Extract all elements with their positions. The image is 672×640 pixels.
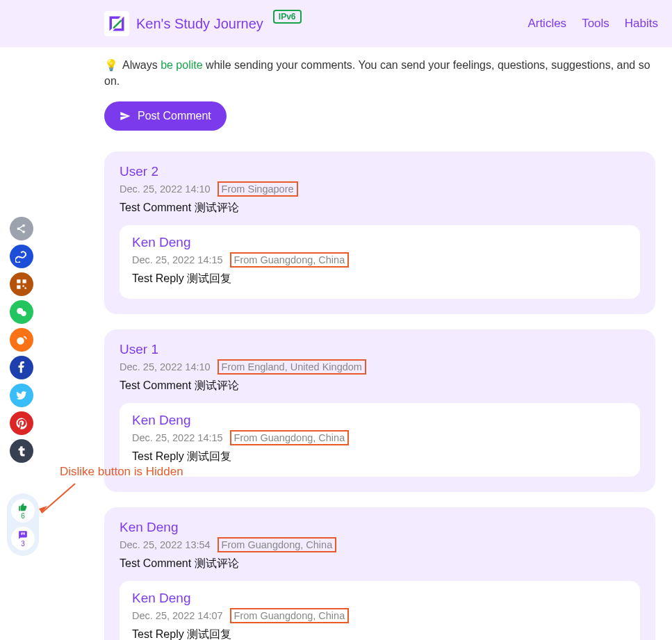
weibo-icon: [15, 334, 28, 346]
comment-meta: Dec. 25, 2022 14:10From Singapore: [120, 181, 640, 197]
pinterest-button[interactable]: [10, 411, 33, 435]
link-button[interactable]: [10, 245, 33, 268]
comment-user[interactable]: Ken Deng: [120, 520, 640, 535]
post-comment-button[interactable]: Post Comment: [104, 101, 227, 131]
nav-habits[interactable]: Habits: [625, 17, 658, 31]
comment-icon: [18, 530, 28, 540]
reply-card: Ken DengDec. 25, 2022 14:15From Guangdon…: [120, 225, 640, 299]
comment-user[interactable]: User 1: [120, 342, 640, 357]
thumbs-up-icon: [18, 502, 28, 512]
reply-body: Test Reply 测试回复: [132, 627, 628, 640]
reply-user[interactable]: Ken Deng: [132, 413, 628, 428]
qr-icon: [15, 278, 28, 290]
pinterest-icon: [15, 417, 28, 429]
reply-meta: Dec. 25, 2022 14:15From Guangdong, China: [132, 252, 628, 268]
lightbulb-icon: 💡: [104, 59, 118, 71]
share-button[interactable]: [10, 217, 33, 240]
svg-point-12: [17, 337, 24, 345]
comment-card: User 1Dec. 25, 2022 14:10From England, U…: [104, 329, 655, 492]
comment-card: User 2Dec. 25, 2022 14:10From SingaporeT…: [104, 151, 655, 314]
svg-rect-7: [17, 286, 20, 289]
reply-date: Dec. 25, 2022 14:15: [132, 432, 223, 443]
brand[interactable]: Ken's Study Journey IPv6: [104, 11, 302, 36]
svg-line-13: [42, 484, 75, 513]
site-title: Ken's Study Journey: [136, 16, 263, 32]
hint-text: 💡Always be polite while sending your com…: [104, 57, 655, 89]
comments-list: User 2Dec. 25, 2022 14:10From SingaporeT…: [104, 151, 655, 640]
reply-date: Dec. 25, 2022 14:07: [132, 610, 223, 621]
twitter-icon: [15, 389, 28, 402]
comment-meta: Dec. 25, 2022 13:54From Guangdong, China: [120, 537, 640, 552]
svg-line-3: [19, 226, 23, 228]
comment-card: Ken DengDec. 25, 2022 13:54From Guangdon…: [104, 507, 655, 640]
weibo-button[interactable]: [10, 328, 33, 352]
svg-rect-6: [23, 279, 26, 283]
comment-date: Dec. 25, 2022 14:10: [120, 183, 211, 195]
svg-rect-9: [25, 288, 26, 289]
nav-articles[interactable]: Articles: [527, 17, 566, 31]
nav-tools[interactable]: Tools: [582, 17, 609, 31]
comment-location: From Guangdong, China: [218, 537, 337, 552]
comment-date: Dec. 25, 2022 13:54: [120, 539, 211, 550]
comment-body: Test Comment 测试评论: [120, 379, 640, 393]
comment-user[interactable]: User 2: [120, 164, 640, 179]
comments-count-button[interactable]: 3: [11, 527, 35, 550]
reply-user[interactable]: Ken Deng: [132, 591, 628, 606]
comment-location: From England, United Kingdom: [218, 359, 366, 375]
reply-location: From Guangdong, China: [230, 608, 350, 623]
qr-button[interactable]: [10, 272, 33, 296]
ipv6-badge: IPv6: [273, 10, 302, 24]
tumblr-button[interactable]: [10, 439, 33, 463]
comment-location: From Singapore: [218, 181, 298, 197]
twitter-button[interactable]: [10, 384, 33, 407]
reply-meta: Dec. 25, 2022 14:15From Guangdong, China: [132, 430, 628, 445]
svg-rect-5: [17, 279, 20, 283]
comments-count: 3: [21, 541, 25, 548]
annotation-label: Dislike button is Hidden: [60, 465, 183, 479]
reply-location: From Guangdong, China: [230, 430, 350, 445]
main-content: 💡Always be polite while sending your com…: [0, 47, 672, 640]
reply-body: Test Reply 测试回复: [132, 450, 628, 464]
hint-prefix: Always: [122, 59, 161, 71]
tumblr-icon: [15, 445, 28, 457]
reply-meta: Dec. 25, 2022 14:07From Guangdong, China: [132, 608, 628, 623]
comment-date: Dec. 25, 2022 14:10: [120, 361, 211, 372]
reply-location: From Guangdong, China: [230, 252, 350, 268]
header-bar: Ken's Study Journey IPv6 Articles Tools …: [0, 0, 672, 47]
svg-rect-8: [23, 286, 24, 287]
comment-body: Test Comment 测试评论: [120, 557, 640, 571]
reply-card: Ken DengDec. 25, 2022 14:07From Guangdon…: [120, 581, 640, 640]
link-icon: [15, 250, 28, 263]
hint-polite[interactable]: be polite: [161, 59, 203, 71]
facebook-icon: [15, 361, 28, 374]
share-sidebar: [10, 217, 33, 463]
share-icon: [15, 222, 28, 235]
wechat-button[interactable]: [10, 300, 33, 324]
reply-user[interactable]: Ken Deng: [132, 235, 628, 250]
comment-meta: Dec. 25, 2022 14:10From England, United …: [120, 359, 640, 375]
reply-date: Dec. 25, 2022 14:15: [132, 254, 223, 265]
like-count: 6: [21, 513, 25, 520]
like-button[interactable]: 6: [11, 499, 35, 523]
facebook-button[interactable]: [10, 356, 33, 379]
reply-body: Test Reply 测试回复: [132, 272, 628, 286]
svg-line-4: [19, 229, 23, 231]
svg-point-11: [21, 311, 26, 317]
wechat-icon: [15, 306, 28, 318]
logo-icon: [104, 11, 129, 36]
annotation-arrow-icon: [33, 479, 82, 521]
reply-card: Ken DengDec. 25, 2022 14:15From Guangdon…: [120, 403, 640, 477]
paper-plane-icon: [120, 110, 131, 122]
comment-body: Test Comment 测试评论: [120, 201, 640, 215]
post-comment-label: Post Comment: [138, 110, 211, 122]
main-nav: Articles Tools Habits: [527, 17, 658, 31]
